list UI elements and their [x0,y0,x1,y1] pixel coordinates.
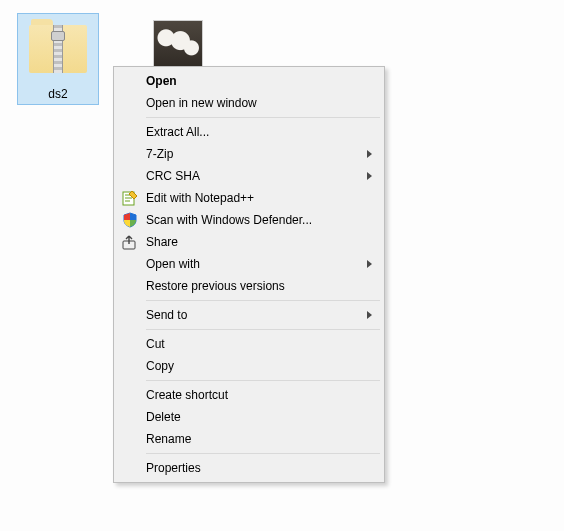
menu-label: Edit with Notepad++ [146,191,358,205]
menu-item-open-new-window[interactable]: Open in new window [116,92,382,114]
menu-label: Copy [146,359,358,373]
menu-label: Delete [146,410,358,424]
menu-label: Restore previous versions [146,279,358,293]
menu-item-edit-notepadpp[interactable]: Edit with Notepad++ [116,187,382,209]
menu-label: Extract All... [146,125,358,139]
menu-label: Cut [146,337,358,351]
menu-separator [146,329,380,330]
menu-item-open[interactable]: Open [116,70,382,92]
menu-item-create-shortcut[interactable]: Create shortcut [116,384,382,406]
notepadpp-icon [122,190,138,206]
file-label: ds2 [48,87,67,101]
menu-item-cut[interactable]: Cut [116,333,382,355]
menu-item-copy[interactable]: Copy [116,355,382,377]
menu-separator [146,453,380,454]
menu-separator [146,117,380,118]
menu-label: Rename [146,432,358,446]
menu-item-open-with[interactable]: Open with [116,253,382,275]
menu-label: Open [146,74,358,88]
menu-item-scan-defender[interactable]: Scan with Windows Defender... [116,209,382,231]
zip-folder-icon [26,17,90,81]
menu-label: Open in new window [146,96,358,110]
file-item-zip[interactable]: ds2 [18,14,98,104]
menu-label: 7-Zip [146,147,358,161]
menu-item-crc-sha[interactable]: CRC SHA [116,165,382,187]
submenu-arrow-icon [367,150,372,158]
menu-label: Create shortcut [146,388,358,402]
context-menu: Open Open in new window Extract All... 7… [113,66,385,483]
menu-item-share[interactable]: Share [116,231,382,253]
menu-label: CRC SHA [146,169,358,183]
menu-label: Open with [146,257,358,271]
menu-label: Send to [146,308,358,322]
menu-item-restore-versions[interactable]: Restore previous versions [116,275,382,297]
share-icon [122,234,138,250]
menu-item-send-to[interactable]: Send to [116,304,382,326]
menu-item-delete[interactable]: Delete [116,406,382,428]
desktop-area[interactable]: ds2 Open Open in new window Extract All.… [0,0,564,531]
submenu-arrow-icon [367,311,372,319]
submenu-arrow-icon [367,260,372,268]
menu-item-properties[interactable]: Properties [116,457,382,479]
menu-separator [146,300,380,301]
menu-item-7zip[interactable]: 7-Zip [116,143,382,165]
submenu-arrow-icon [367,172,372,180]
menu-item-rename[interactable]: Rename [116,428,382,450]
menu-label: Scan with Windows Defender... [146,213,358,227]
defender-shield-icon [122,212,138,228]
menu-item-extract-all[interactable]: Extract All... [116,121,382,143]
menu-label: Properties [146,461,358,475]
menu-separator [146,380,380,381]
menu-label: Share [146,235,358,249]
